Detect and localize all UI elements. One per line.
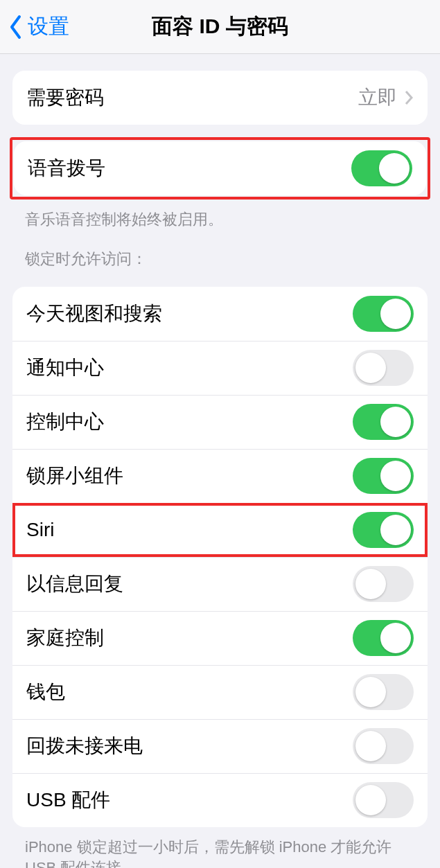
- page-title: 面容 ID 与密码: [152, 12, 288, 41]
- row-lock-access[interactable]: 钱包: [12, 665, 428, 719]
- toggle-lock-access[interactable]: [353, 782, 414, 818]
- row-lock-access[interactable]: 控制中心: [12, 395, 428, 449]
- group-lock-access: 今天视图和搜索通知中心控制中心锁屏小组件Siri以信息回复家庭控制钱包回拨未接来…: [12, 287, 428, 827]
- row-lock-access[interactable]: 回拨未接来电: [12, 719, 428, 773]
- row-lock-access[interactable]: 以信息回复: [12, 557, 428, 611]
- toggle-lock-access[interactable]: [353, 458, 414, 494]
- toggle-voice-dial[interactable]: [351, 150, 412, 186]
- toggle-lock-access[interactable]: [353, 296, 414, 332]
- toggle-lock-access[interactable]: [353, 512, 414, 548]
- row-lock-access[interactable]: 家庭控制: [12, 611, 428, 665]
- toggle-lock-access[interactable]: [353, 350, 414, 386]
- row-require-passcode[interactable]: 需要密码 立即: [12, 71, 428, 125]
- row-label: 家庭控制: [26, 625, 104, 651]
- row-label: 通知中心: [26, 355, 104, 381]
- row-value: 立即: [358, 85, 397, 111]
- row-lock-access[interactable]: 今天视图和搜索: [12, 287, 428, 341]
- navigation-bar: 设置 面容 ID 与密码: [0, 0, 440, 54]
- highlight-voice-dial: 语音拨号: [10, 137, 430, 200]
- row-label: 回拨未接来电: [26, 733, 143, 759]
- row-lock-access[interactable]: Siri: [12, 503, 428, 557]
- row-lock-access[interactable]: 锁屏小组件: [12, 449, 428, 503]
- row-label: 今天视图和搜索: [26, 301, 162, 327]
- footer-lock-access: iPhone 锁定超过一小时后，需先解锁 iPhone 才能允许USB 配件连接…: [0, 827, 440, 868]
- toggle-lock-access[interactable]: [353, 404, 414, 440]
- header-lock-access: 锁定时允许访问：: [0, 231, 440, 270]
- row-voice-dial[interactable]: 语音拨号: [14, 141, 426, 195]
- row-lock-access[interactable]: USB 配件: [12, 773, 428, 827]
- toggle-lock-access[interactable]: [353, 620, 414, 656]
- row-label: 控制中心: [26, 409, 104, 435]
- back-button[interactable]: 设置: [8, 12, 69, 41]
- group-voice-dial: 语音拨号: [14, 141, 426, 195]
- row-label: USB 配件: [26, 787, 110, 813]
- row-label: 锁屏小组件: [26, 463, 123, 489]
- chevron-right-icon: [404, 89, 414, 106]
- row-label: Siri: [26, 519, 54, 541]
- toggle-lock-access[interactable]: [353, 674, 414, 710]
- row-lock-access[interactable]: 通知中心: [12, 341, 428, 395]
- footer-voice-dial: 音乐语音控制将始终被启用。: [0, 200, 440, 231]
- row-label: 钱包: [26, 679, 65, 705]
- row-label: 语音拨号: [28, 155, 105, 181]
- group-require-passcode: 需要密码 立即: [12, 71, 428, 125]
- back-label: 设置: [28, 12, 69, 41]
- row-label: 以信息回复: [26, 571, 123, 597]
- toggle-lock-access[interactable]: [353, 728, 414, 764]
- toggle-lock-access[interactable]: [353, 566, 414, 602]
- row-label: 需要密码: [26, 85, 104, 111]
- chevron-left-icon: [8, 15, 24, 39]
